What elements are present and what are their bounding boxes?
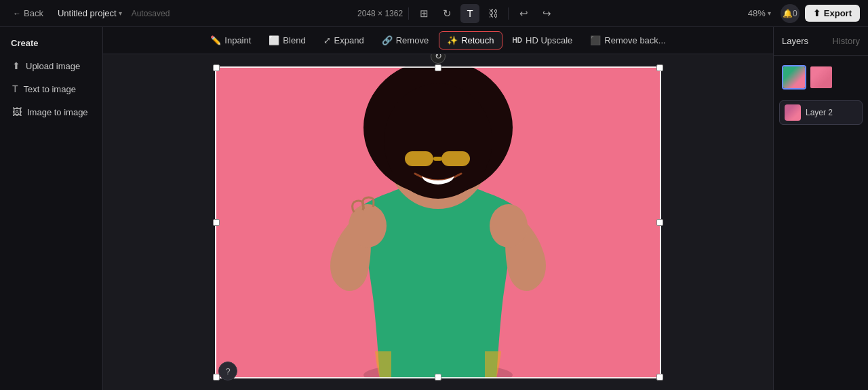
- retouch-tool-button[interactable]: ✨ Retouch: [439, 31, 502, 50]
- sidebar-item-upload[interactable]: ⬆ Upload image: [5, 55, 97, 77]
- canvas-viewport[interactable]: ↻ ?: [103, 54, 773, 390]
- toolbar-icons: 2048 × 1362 ⊞ ↻ T ⛓ ↩ ↪: [357, 4, 556, 23]
- remove-tool-button[interactable]: 🔗 Remove: [374, 32, 436, 49]
- back-button[interactable]: ← Back: [8, 6, 48, 20]
- topbar-center: 2048 × 1362 ⊞ ↻ T ⛓ ↩ ↪: [357, 4, 556, 23]
- autosaved-status: Autosaved: [132, 9, 170, 18]
- help-button[interactable]: ?: [218, 362, 237, 381]
- layer-entry[interactable]: Layer 2: [779, 100, 863, 125]
- selection-box: ↻: [215, 66, 661, 378]
- layer-thumb-1-preview: [783, 66, 805, 88]
- blend-label: Blend: [283, 35, 305, 45]
- topbar: ← Back Untitled project ▾ Autosaved 2048…: [0, 0, 868, 27]
- layer-thumb-1[interactable]: [782, 65, 806, 90]
- handle-top-middle[interactable]: [435, 64, 441, 71]
- canvas-image-container[interactable]: ↻: [215, 66, 661, 378]
- upload-icon: ⬆: [12, 60, 20, 71]
- remove-label: Remove: [396, 35, 429, 45]
- inpaint-icon: ✏️: [210, 35, 221, 45]
- sidebar-item-image-to-image-label: Image to image: [27, 107, 88, 117]
- project-name: Untitled project: [58, 8, 117, 18]
- handle-top-left[interactable]: [213, 64, 220, 71]
- export-label: Export: [824, 8, 852, 18]
- text-tool-button[interactable]: T: [460, 4, 479, 23]
- retouch-icon: ✨: [447, 35, 458, 45]
- left-sidebar: Create ⬆ Upload image T Text to image 🖼 …: [0, 27, 103, 390]
- text-to-image-icon: T: [12, 83, 18, 94]
- notif-count: 0: [793, 9, 797, 18]
- layer-entry-thumbnail: [785, 104, 801, 121]
- layer-thumbnails: [779, 61, 863, 94]
- zoom-value: 48%: [748, 8, 766, 18]
- zoom-display[interactable]: 48% ▾: [744, 6, 775, 20]
- rotate-handle[interactable]: ↻: [431, 54, 446, 64]
- frame-tool-button[interactable]: ⊞: [414, 4, 433, 23]
- toolbar-strip: ✏️ Inpaint ⬜ Blend ⤢ Expand 🔗 Remove ✨ R…: [103, 27, 773, 54]
- main-content: Create ⬆ Upload image T Text to image 🖼 …: [0, 27, 868, 390]
- inpaint-label: Inpaint: [224, 35, 251, 45]
- chevron-down-icon: ▾: [119, 9, 122, 17]
- expand-tool-button[interactable]: ⤢ Expand: [316, 32, 372, 49]
- right-sidebar: Layers History Layer 2: [773, 27, 868, 390]
- tab-layers[interactable]: Layers: [782, 34, 808, 48]
- image-to-image-icon: 🖼: [12, 106, 22, 117]
- handle-bottom-right[interactable]: [656, 374, 663, 381]
- retouch-label: Retouch: [461, 35, 494, 45]
- back-label: Back: [24, 8, 43, 18]
- separator: [408, 7, 409, 20]
- blend-icon: ⬜: [269, 35, 279, 45]
- layer-thumb-2-preview: [810, 66, 832, 88]
- layers-content: Layer 2: [774, 56, 868, 130]
- layer-thumb-2[interactable]: [809, 65, 833, 90]
- handle-top-right[interactable]: [656, 64, 663, 71]
- remove-icon: 🔗: [382, 35, 393, 45]
- upscale-icon: HD: [513, 37, 522, 44]
- layer-entry-name: Layer 2: [806, 108, 833, 117]
- topbar-right: 48% ▾ 🔔 0 ⬆ Export: [744, 4, 860, 23]
- topbar-left: ← Back Untitled project ▾ Autosaved: [8, 6, 170, 20]
- remove-bg-tool-button[interactable]: ⬛ Remove back...: [583, 32, 673, 49]
- sidebar-item-upload-label: Upload image: [26, 61, 80, 71]
- tab-history[interactable]: History: [833, 34, 860, 48]
- export-icon: ⬆: [813, 8, 821, 18]
- upscale-tool-button[interactable]: HD HD Upscale: [505, 32, 580, 49]
- upscale-label: HD Upscale: [526, 35, 572, 45]
- canvas-dimensions: 2048 × 1362: [357, 9, 403, 18]
- canvas-area: ✏️ Inpaint ⬜ Blend ⤢ Expand 🔗 Remove ✨ R…: [103, 27, 773, 390]
- redo-button[interactable]: ↪: [537, 4, 556, 23]
- handle-bottom-middle[interactable]: [435, 374, 441, 381]
- handle-left-middle[interactable]: [213, 219, 220, 226]
- sidebar-item-text-to-image[interactable]: T Text to image: [5, 78, 97, 100]
- expand-label: Expand: [334, 35, 364, 45]
- remove-bg-icon: ⬛: [590, 35, 601, 45]
- sidebar-item-text-to-image-label: Text to image: [24, 84, 76, 94]
- undo-button[interactable]: ↩: [514, 4, 533, 23]
- help-icon: ?: [225, 366, 230, 376]
- project-name-dropdown[interactable]: Untitled project ▾: [55, 7, 125, 20]
- inpaint-tool-button[interactable]: ✏️ Inpaint: [203, 32, 258, 49]
- separator2: [508, 7, 509, 20]
- sidebar-item-image-to-image[interactable]: 🖼 Image to image: [5, 101, 97, 123]
- refresh-tool-button[interactable]: ↻: [437, 4, 456, 23]
- create-section-label: Create: [5, 34, 97, 54]
- back-icon: ←: [13, 9, 21, 18]
- remove-bg-label: Remove back...: [604, 35, 665, 45]
- notifications-button[interactable]: 🔔 0: [781, 4, 800, 23]
- link-tool-button[interactable]: ⛓: [484, 4, 502, 23]
- blend-tool-button[interactable]: ⬜ Blend: [261, 32, 313, 49]
- notif-icon: 🔔: [783, 9, 793, 18]
- expand-icon: ⤢: [323, 35, 331, 45]
- right-sidebar-header: Layers History: [774, 27, 868, 56]
- zoom-chevron-icon: ▾: [768, 9, 771, 17]
- handle-right-middle[interactable]: [656, 219, 663, 226]
- export-button[interactable]: ⬆ Export: [805, 5, 860, 22]
